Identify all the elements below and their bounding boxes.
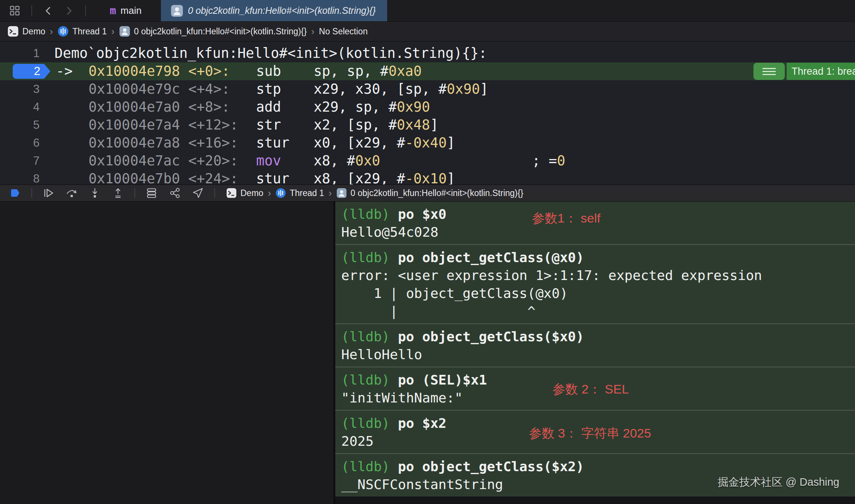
- line-number[interactable]: 7: [0, 152, 40, 170]
- code-segment: po object_getClass(@x0): [398, 250, 584, 265]
- breadcrumb-separator: ›: [311, 26, 315, 37]
- asm-line-4[interactable]: 40x10004e7a0 <+8>:addx29, sp, #0x90: [0, 98, 855, 116]
- debug-breadcrumb-label: 0 objc2kotlin_kfun:Hello#<init>(kotlin.S…: [351, 188, 523, 198]
- asm-line-3[interactable]: 30x10004e79c <+4>:stpx29, x30, [sp, #0x9…: [0, 80, 855, 98]
- debug-breadcrumb-item-frame[interactable]: 0 objc2kotlin_kfun:Hello#<init>(kotlin.S…: [336, 188, 523, 198]
- jump-bar-item-thread[interactable]: Thread 1: [57, 26, 107, 37]
- annotation-text: 参数 3： 字符串 2025: [529, 425, 651, 442]
- inline-comment: ; =0: [532, 152, 565, 170]
- jump-bar-item-selection[interactable]: No Selection: [319, 27, 367, 37]
- annotation-text: 参数1： self: [532, 210, 600, 227]
- code-segment: po (SEL)$x1: [398, 372, 487, 388]
- line-number[interactable]: 4: [0, 98, 40, 116]
- mnemonic: sub: [256, 62, 281, 80]
- console-line: 1 | object_getClass(@x0): [341, 284, 855, 302]
- breadcrumb-separator: ›: [329, 187, 332, 199]
- mnemonic: str: [256, 116, 281, 134]
- code-segment: 0x90: [397, 99, 430, 115]
- view-hierarchy-button[interactable]: [145, 187, 158, 199]
- code-segment: ]: [447, 135, 455, 151]
- console-block-5: (lldb) po $x22025参数 3： 字符串 2025: [335, 410, 855, 453]
- lldb-console[interactable]: (lldb) po $x0Hello@54c028参数1： self(lldb)…: [335, 202, 855, 504]
- disassembly-editor[interactable]: 1Demo`objc2kotlin_kfun:Hello#<init>(kotl…: [0, 41, 855, 184]
- jump-bar: Demo›Thread 1›0 objc2kotlin_kfun:Hello#<…: [0, 22, 855, 41]
- debug-breadcrumb-label: Thread 1: [290, 188, 324, 198]
- breadcrumb-separator: ›: [268, 187, 271, 199]
- code-segment: -0x40: [405, 135, 447, 151]
- debug-toolbar: Demo›Thread 1›0 objc2kotlin_kfun:Hello#<…: [0, 184, 855, 202]
- step-over-button[interactable]: [65, 187, 78, 199]
- asm-line-1[interactable]: 1Demo`objc2kotlin_kfun:Hello#<init>(kotl…: [0, 44, 855, 62]
- tab-main-label: main: [121, 5, 142, 16]
- tab-main[interactable]: m main: [100, 0, 151, 21]
- breakpoint-menu-icon[interactable]: [753, 63, 785, 80]
- code-segment: (lldb): [341, 372, 398, 388]
- code-segment: HelloHello: [341, 347, 422, 362]
- continue-button[interactable]: [42, 187, 55, 199]
- jump-bar-label: No Selection: [319, 27, 367, 37]
- code-segment: 2025: [341, 433, 374, 449]
- code-segment: po object_getClass($x2): [398, 459, 584, 474]
- variables-panel[interactable]: [0, 202, 333, 504]
- operands: x8, #0x0: [314, 152, 380, 170]
- console-line: | ^: [341, 302, 855, 320]
- line-number[interactable]: 1: [0, 44, 40, 62]
- code-segment: 0x90: [447, 81, 480, 97]
- breakpoint-marker[interactable]: 2: [13, 64, 44, 79]
- code-segment: 0xa0: [388, 63, 422, 79]
- console-line: (lldb) po object_getClass($x0): [341, 328, 855, 346]
- forward-button[interactable]: [61, 3, 76, 18]
- line-number[interactable]: 8: [0, 170, 40, 184]
- asm-line-8[interactable]: 80x10004e7b0 <+24>:sturx8, [x29, #-0x10]: [0, 170, 855, 184]
- simulate-location-button[interactable]: [191, 187, 205, 199]
- tab-bar: m main 0 objc2kotlin_kfun:Hello#<init>(k…: [0, 0, 855, 22]
- code-segment: x8, [x29, #: [314, 171, 405, 184]
- line-number[interactable]: 3: [0, 80, 40, 98]
- divider: [134, 188, 135, 198]
- code-segment: po object_getClass($x0): [398, 329, 584, 344]
- breakpoint-thread-badge[interactable]: Thread 1: breakp: [753, 63, 855, 80]
- line-number[interactable]: 6: [0, 134, 40, 152]
- code-segment: sp, sp, #: [314, 63, 388, 79]
- operands: x2, [sp, #0x48]: [314, 116, 438, 134]
- debug-breadcrumb: Demo›Thread 1›0 objc2kotlin_kfun:Hello#<…: [226, 187, 523, 199]
- tab-active-frame[interactable]: 0 objc2kotlin_kfun:Hello#<init>(kotlin.S…: [161, 0, 387, 21]
- code-segment: x29, sp, #: [314, 99, 397, 115]
- code-segment: Hello@54c028: [341, 224, 438, 240]
- mnemonic: stur: [256, 134, 289, 152]
- code-segment: -0x10: [405, 171, 447, 184]
- code-segment: (lldb): [341, 250, 398, 265]
- divider: [214, 188, 215, 198]
- code-segment: ; =: [532, 153, 557, 169]
- breakpoints-toggle-button[interactable]: [8, 187, 22, 199]
- console-bottom-strip: [335, 497, 855, 504]
- code-segment: ]: [447, 171, 455, 184]
- debug-breadcrumb-item-thread[interactable]: Thread 1: [276, 188, 324, 198]
- debug-breadcrumb-item-process[interactable]: Demo: [226, 188, 263, 198]
- asm-line-7[interactable]: 70x10004e7ac <+20>:movx8, #0x0; =0: [0, 152, 855, 170]
- instruction-address: 0x10004e798 <+0>:: [88, 62, 230, 80]
- jump-bar-label: Demo: [22, 27, 45, 37]
- jump-bar-item-process[interactable]: Demo: [7, 26, 45, 37]
- asm-line-5[interactable]: 50x10004e7a4 <+12>:strx2, [sp, #0x48]: [0, 116, 855, 134]
- console-line: (lldb) po object_getClass(@x0): [341, 249, 855, 267]
- stack-frame-icon: [171, 4, 183, 17]
- process-icon: [7, 26, 19, 37]
- code-segment: (lldb): [341, 459, 398, 474]
- instruction-address: 0x10004e7a8 <+16>:: [88, 134, 238, 152]
- breakpoint-badge-label: Thread 1: breakp: [787, 63, 855, 80]
- asm-line-6[interactable]: 60x10004e7a8 <+16>:sturx0, [x29, #-0x40]: [0, 134, 855, 152]
- step-out-button[interactable]: [111, 187, 125, 199]
- code-segment: 1 | object_getClass(@x0): [341, 286, 568, 301]
- instruction-address: 0x10004e7a4 <+12>:: [88, 116, 238, 134]
- editor-panes-icon[interactable]: [7, 3, 22, 18]
- breadcrumb-separator: ›: [111, 26, 115, 37]
- divider: [31, 188, 32, 198]
- memory-graph-button[interactable]: [168, 187, 181, 199]
- asm-line-2[interactable]: 2->0x10004e798 <+0>:subsp, sp, #0xa0Thre…: [0, 62, 855, 80]
- line-number[interactable]: 5: [0, 116, 40, 134]
- step-into-button[interactable]: [88, 187, 102, 199]
- back-button[interactable]: [41, 3, 56, 18]
- jump-bar-item-frame[interactable]: 0 objc2kotlin_kfun:Hello#<init>(kotlin.S…: [119, 26, 307, 37]
- instruction-address: 0x10004e7a0 <+8>:: [88, 98, 230, 116]
